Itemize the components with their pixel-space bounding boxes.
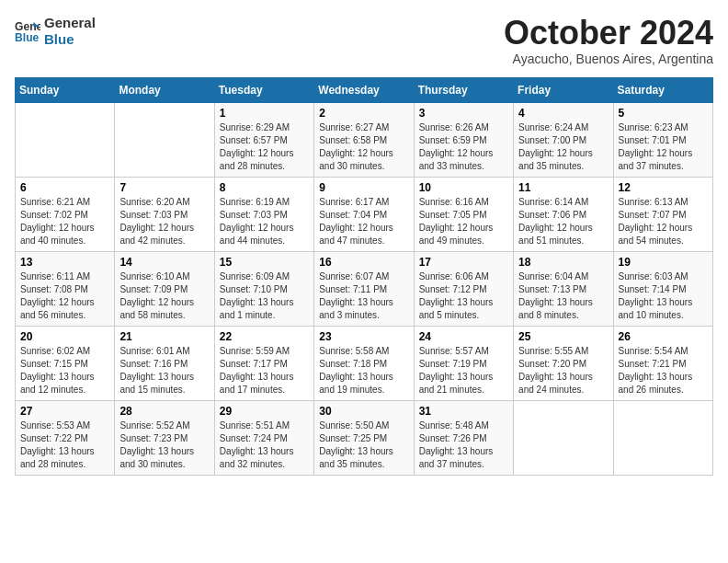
day-info: Sunrise: 6:16 AM Sunset: 7:05 PM Dayligh… bbox=[419, 196, 508, 247]
calendar-cell bbox=[16, 102, 115, 177]
calendar-cell: 12Sunrise: 6:13 AM Sunset: 7:07 PM Dayli… bbox=[613, 177, 712, 251]
day-info: Sunrise: 6:13 AM Sunset: 7:07 PM Dayligh… bbox=[619, 196, 708, 247]
day-info: Sunrise: 6:04 AM Sunset: 7:13 PM Dayligh… bbox=[518, 270, 608, 322]
logo-text: General Blue bbox=[44, 15, 96, 48]
calendar-week-4: 20Sunrise: 6:02 AM Sunset: 7:15 PM Dayli… bbox=[16, 326, 713, 400]
calendar-week-5: 27Sunrise: 5:53 AM Sunset: 7:22 PM Dayli… bbox=[16, 400, 713, 475]
day-number: 25 bbox=[518, 330, 608, 343]
calendar-week-1: 1Sunrise: 6:29 AM Sunset: 6:57 PM Daylig… bbox=[16, 102, 713, 177]
calendar-cell bbox=[613, 400, 712, 475]
day-info: Sunrise: 6:09 AM Sunset: 7:10 PM Dayligh… bbox=[220, 270, 309, 322]
day-number: 22 bbox=[220, 330, 309, 343]
day-number: 13 bbox=[20, 256, 109, 269]
calendar-cell: 11Sunrise: 6:14 AM Sunset: 7:06 PM Dayli… bbox=[514, 177, 613, 251]
calendar-cell: 20Sunrise: 6:02 AM Sunset: 7:15 PM Dayli… bbox=[16, 326, 115, 400]
day-info: Sunrise: 6:27 AM Sunset: 6:58 PM Dayligh… bbox=[319, 121, 408, 173]
day-info: Sunrise: 5:50 AM Sunset: 7:25 PM Dayligh… bbox=[319, 419, 408, 471]
calendar-cell: 21Sunrise: 6:01 AM Sunset: 7:16 PM Dayli… bbox=[115, 326, 214, 400]
logo: General Blue General Blue bbox=[15, 15, 96, 48]
day-info: Sunrise: 6:23 AM Sunset: 7:01 PM Dayligh… bbox=[619, 121, 708, 173]
calendar-cell: 19Sunrise: 6:03 AM Sunset: 7:14 PM Dayli… bbox=[613, 251, 712, 326]
day-info: Sunrise: 6:17 AM Sunset: 7:04 PM Dayligh… bbox=[319, 196, 408, 247]
calendar-table: SundayMondayTuesdayWednesdayThursdayFrid… bbox=[15, 77, 713, 476]
day-number: 7 bbox=[119, 181, 209, 194]
day-number: 12 bbox=[619, 181, 708, 194]
day-number: 14 bbox=[119, 256, 209, 269]
day-number: 17 bbox=[419, 256, 508, 269]
day-number: 19 bbox=[619, 256, 708, 269]
calendar-header: SundayMondayTuesdayWednesdayThursdayFrid… bbox=[16, 77, 713, 102]
day-info: Sunrise: 5:53 AM Sunset: 7:22 PM Dayligh… bbox=[20, 419, 109, 471]
calendar-cell: 13Sunrise: 6:11 AM Sunset: 7:08 PM Dayli… bbox=[16, 251, 115, 326]
calendar-cell: 10Sunrise: 6:16 AM Sunset: 7:05 PM Dayli… bbox=[414, 177, 513, 251]
day-info: Sunrise: 5:51 AM Sunset: 7:24 PM Dayligh… bbox=[220, 419, 309, 471]
day-number: 30 bbox=[319, 405, 408, 418]
calendar-cell: 1Sunrise: 6:29 AM Sunset: 6:57 PM Daylig… bbox=[214, 102, 313, 177]
day-info: Sunrise: 6:29 AM Sunset: 6:57 PM Dayligh… bbox=[220, 121, 309, 173]
calendar-cell: 29Sunrise: 5:51 AM Sunset: 7:24 PM Dayli… bbox=[214, 400, 313, 475]
day-number: 23 bbox=[319, 330, 408, 343]
day-number: 4 bbox=[518, 107, 608, 120]
day-info: Sunrise: 6:02 AM Sunset: 7:15 PM Dayligh… bbox=[20, 345, 109, 396]
calendar-cell: 26Sunrise: 5:54 AM Sunset: 7:21 PM Dayli… bbox=[613, 326, 712, 400]
calendar-cell: 27Sunrise: 5:53 AM Sunset: 7:22 PM Dayli… bbox=[16, 400, 115, 475]
day-number: 6 bbox=[20, 181, 109, 194]
calendar-week-3: 13Sunrise: 6:11 AM Sunset: 7:08 PM Dayli… bbox=[16, 251, 713, 326]
day-number: 10 bbox=[419, 181, 508, 194]
calendar-cell: 18Sunrise: 6:04 AM Sunset: 7:13 PM Dayli… bbox=[514, 251, 613, 326]
calendar-cell: 17Sunrise: 6:06 AM Sunset: 7:12 PM Dayli… bbox=[414, 251, 513, 326]
day-number: 11 bbox=[518, 181, 608, 194]
day-info: Sunrise: 5:48 AM Sunset: 7:26 PM Dayligh… bbox=[419, 419, 508, 471]
day-number: 18 bbox=[518, 256, 608, 269]
logo-icon: General Blue bbox=[15, 18, 40, 44]
calendar-cell: 4Sunrise: 6:24 AM Sunset: 7:00 PM Daylig… bbox=[514, 102, 613, 177]
calendar-body: 1Sunrise: 6:29 AM Sunset: 6:57 PM Daylig… bbox=[16, 102, 713, 475]
column-header-friday: Friday bbox=[514, 77, 613, 102]
day-info: Sunrise: 5:57 AM Sunset: 7:19 PM Dayligh… bbox=[419, 345, 508, 396]
day-info: Sunrise: 6:24 AM Sunset: 7:00 PM Dayligh… bbox=[518, 121, 608, 173]
day-info: Sunrise: 6:10 AM Sunset: 7:09 PM Dayligh… bbox=[119, 270, 209, 322]
day-info: Sunrise: 6:21 AM Sunset: 7:02 PM Dayligh… bbox=[20, 196, 109, 247]
day-info: Sunrise: 5:59 AM Sunset: 7:17 PM Dayligh… bbox=[220, 345, 309, 396]
day-info: Sunrise: 6:07 AM Sunset: 7:11 PM Dayligh… bbox=[319, 270, 408, 322]
column-header-monday: Monday bbox=[115, 77, 214, 102]
day-number: 29 bbox=[220, 405, 309, 418]
day-number: 27 bbox=[20, 405, 109, 418]
calendar-cell: 6Sunrise: 6:21 AM Sunset: 7:02 PM Daylig… bbox=[16, 177, 115, 251]
day-number: 16 bbox=[319, 256, 408, 269]
calendar-cell: 15Sunrise: 6:09 AM Sunset: 7:10 PM Dayli… bbox=[214, 251, 313, 326]
calendar-cell: 2Sunrise: 6:27 AM Sunset: 6:58 PM Daylig… bbox=[314, 102, 414, 177]
day-number: 8 bbox=[220, 181, 309, 194]
day-info: Sunrise: 5:54 AM Sunset: 7:21 PM Dayligh… bbox=[619, 345, 708, 396]
calendar-cell: 23Sunrise: 5:58 AM Sunset: 7:18 PM Dayli… bbox=[314, 326, 414, 400]
calendar-cell: 22Sunrise: 5:59 AM Sunset: 7:17 PM Dayli… bbox=[214, 326, 313, 400]
month-title: October 2024 bbox=[504, 15, 713, 52]
column-header-wednesday: Wednesday bbox=[314, 77, 414, 102]
day-info: Sunrise: 6:06 AM Sunset: 7:12 PM Dayligh… bbox=[419, 270, 508, 322]
calendar-cell: 24Sunrise: 5:57 AM Sunset: 7:19 PM Dayli… bbox=[414, 326, 513, 400]
day-number: 1 bbox=[220, 107, 309, 120]
day-number: 5 bbox=[619, 107, 708, 120]
calendar-cell: 8Sunrise: 6:19 AM Sunset: 7:03 PM Daylig… bbox=[214, 177, 313, 251]
day-number: 2 bbox=[319, 107, 408, 120]
day-info: Sunrise: 6:01 AM Sunset: 7:16 PM Dayligh… bbox=[119, 345, 209, 396]
calendar-cell: 25Sunrise: 5:55 AM Sunset: 7:20 PM Dayli… bbox=[514, 326, 613, 400]
day-number: 24 bbox=[419, 330, 508, 343]
day-info: Sunrise: 5:55 AM Sunset: 7:20 PM Dayligh… bbox=[518, 345, 608, 396]
day-number: 31 bbox=[419, 405, 508, 418]
calendar-cell bbox=[115, 102, 214, 177]
column-header-saturday: Saturday bbox=[613, 77, 712, 102]
calendar-cell: 9Sunrise: 6:17 AM Sunset: 7:04 PM Daylig… bbox=[314, 177, 414, 251]
day-number: 21 bbox=[119, 330, 209, 343]
day-info: Sunrise: 6:03 AM Sunset: 7:14 PM Dayligh… bbox=[619, 270, 708, 322]
column-header-tuesday: Tuesday bbox=[214, 77, 313, 102]
svg-text:Blue: Blue bbox=[15, 31, 40, 44]
column-header-sunday: Sunday bbox=[16, 77, 115, 102]
calendar-cell: 5Sunrise: 6:23 AM Sunset: 7:01 PM Daylig… bbox=[613, 102, 712, 177]
day-info: Sunrise: 5:58 AM Sunset: 7:18 PM Dayligh… bbox=[319, 345, 408, 396]
day-number: 3 bbox=[419, 107, 508, 120]
title-block: October 2024 Ayacucho, Buenos Aires, Arg… bbox=[504, 15, 713, 66]
day-number: 15 bbox=[220, 256, 309, 269]
day-info: Sunrise: 6:20 AM Sunset: 7:03 PM Dayligh… bbox=[119, 196, 209, 247]
calendar-cell bbox=[514, 400, 613, 475]
